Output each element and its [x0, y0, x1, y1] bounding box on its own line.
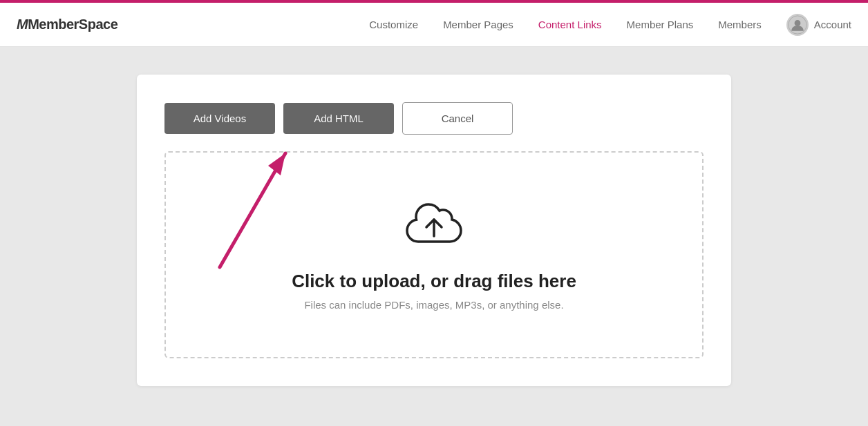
logo[interactable]: MMemberSpace: [17, 17, 117, 32]
add-videos-button[interactable]: Add Videos: [164, 103, 275, 134]
header: MMemberSpace Customize Member Pages Cont…: [0, 3, 868, 47]
upload-area[interactable]: Click to upload, or drag files here File…: [164, 151, 704, 358]
account-area[interactable]: Account: [786, 14, 851, 36]
content-card: Add Videos Add HTML Cancel Click to uplo…: [137, 75, 731, 386]
button-row: Add Videos Add HTML Cancel: [164, 102, 704, 135]
main-nav: Customize Member Pages Content Links Mem…: [369, 19, 762, 30]
nav-content-links[interactable]: Content Links: [538, 19, 602, 30]
upload-title: Click to upload, or drag files here: [292, 271, 576, 292]
nav-customize[interactable]: Customize: [369, 19, 418, 30]
nav-member-pages[interactable]: Member Pages: [443, 19, 513, 30]
account-label: Account: [814, 19, 851, 30]
add-html-button[interactable]: Add HTML: [283, 103, 394, 134]
upload-icon: [403, 199, 465, 257]
upload-subtitle: Files can include PDFs, images, MP3s, or…: [304, 299, 563, 311]
cloud-upload-icon: [403, 199, 465, 254]
annotation-wrapper: Add Videos Add HTML Cancel: [164, 102, 704, 135]
user-icon: [788, 15, 807, 35]
account-avatar: [786, 14, 809, 36]
svg-point-1: [794, 20, 800, 26]
nav-members[interactable]: Members: [718, 19, 762, 30]
nav-member-plans[interactable]: Member Plans: [627, 19, 694, 30]
cancel-button[interactable]: Cancel: [402, 102, 513, 135]
logo-text: MMemberSpace: [17, 17, 117, 32]
main-content: Add Videos Add HTML Cancel Click to uplo…: [0, 47, 868, 414]
